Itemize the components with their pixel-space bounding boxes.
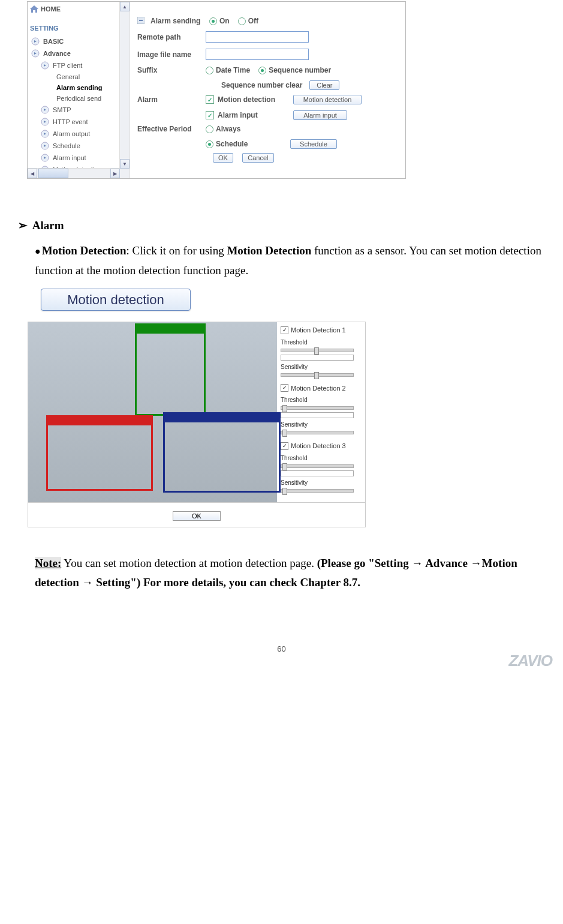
expand-icon: [31, 49, 41, 58]
sidebar-home-label: HOME: [41, 5, 61, 13]
motion-detection-large-button-label: Motion detection: [67, 289, 164, 311]
sidebar-scroll-vertical[interactable]: ▲ ▼: [119, 2, 130, 178]
md-checkbox-2[interactable]: [281, 384, 288, 392]
threshold-slider-1[interactable]: [281, 349, 354, 352]
sidebar-ftp-label: FTP client: [53, 62, 82, 69]
expand-icon: [31, 37, 41, 46]
remote-path-input[interactable]: [206, 31, 309, 43]
sidebar-http-event[interactable]: HTTP event: [28, 116, 130, 128]
sidebar-alarm-sending[interactable]: Alarm sending: [28, 82, 130, 93]
alarm-input-checkbox-label: Alarm input: [218, 111, 285, 119]
sensitivity-slider-2[interactable]: [281, 431, 354, 434]
motion-detection-checkbox-label: Motion detection: [218, 95, 285, 104]
expand-icon: [41, 154, 50, 162]
md-group-2: Motion Detection 2 Threshold Sensitivity: [281, 383, 362, 435]
triangle-bullet-icon: ➢: [18, 219, 28, 232]
sensitivity-label-2: Sensitivity: [281, 419, 362, 430]
radio-date-time-label: Date Time: [216, 66, 250, 74]
sidebar-alarm-input-label: Alarm input: [53, 154, 86, 161]
radio-schedule[interactable]: [206, 140, 213, 148]
sidebar-advance[interactable]: Advance: [28, 47, 130, 59]
sidebar-scroll-horizontal[interactable]: ◀ ▶: [28, 168, 120, 178]
motion-detection-button[interactable]: Motion detection: [293, 95, 362, 104]
expand-icon: [41, 142, 50, 150]
bullet-icon: ●: [35, 246, 41, 256]
sidebar-alarm-sending-label: Alarm sending: [56, 84, 102, 91]
sidebar-basic[interactable]: BASIC: [28, 35, 130, 47]
home-icon: [30, 5, 38, 13]
scroll-thumb[interactable]: [38, 169, 68, 178]
sidebar-setting-label: SETTING: [30, 25, 127, 32]
md-ok-button[interactable]: OK: [173, 511, 221, 521]
image-file-name-label: Image file name: [137, 50, 206, 59]
clear-button[interactable]: Clear: [309, 80, 339, 90]
md-checkbox-3[interactable]: [281, 442, 288, 450]
sidebar-alarm-output-label: Alarm output: [53, 130, 90, 137]
sensitivity-slider-1[interactable]: [281, 373, 354, 377]
detection-zone-3[interactable]: [163, 412, 281, 493]
sidebar-home[interactable]: HOME: [28, 4, 130, 14]
scroll-down-icon[interactable]: ▼: [120, 159, 130, 169]
threshold-slider-2[interactable]: [281, 406, 354, 410]
radio-off[interactable]: [238, 17, 246, 25]
sidebar-general[interactable]: General: [28, 71, 130, 82]
md-checkbox-1[interactable]: [281, 326, 288, 334]
sidebar-alarm-output[interactable]: Alarm output: [28, 128, 130, 140]
schedule-button[interactable]: Schedule: [290, 139, 337, 149]
note-paragraph: Note: You can set motion detection at mo…: [18, 554, 545, 593]
svg-rect-10: [139, 20, 143, 21]
detection-zone-1[interactable]: [135, 323, 206, 416]
settings-panel: HOME SETTING BASIC Advance: [27, 1, 406, 179]
threshold-bar-3: [281, 470, 354, 476]
motion-detection-paragraph: ●Motion Detection: Click it on for using…: [18, 241, 545, 280]
checkbox-motion-detection[interactable]: [206, 95, 214, 104]
seq-clear-label: Sequence number clear: [221, 81, 302, 89]
threshold-bar-1: [281, 355, 354, 361]
threshold-label-2: Threshold: [281, 395, 362, 405]
expand-icon: [41, 130, 50, 138]
alarm-input-button[interactable]: Alarm input: [293, 110, 347, 120]
sidebar-alarm-input[interactable]: Alarm input: [28, 152, 130, 164]
sensitivity-label-3: Sensitivity: [281, 478, 362, 488]
sidebar-smtp[interactable]: SMTP: [28, 104, 130, 116]
section-heading: ➢ Alarm: [18, 216, 545, 235]
md-group-2-label: Motion Detection 2: [291, 383, 346, 394]
video-preview[interactable]: [28, 322, 277, 502]
motion-text1: : Click it on for using: [127, 244, 227, 257]
expand-icon: [41, 61, 50, 70]
alarm-label: Alarm: [137, 95, 206, 104]
radio-off-label: Off: [248, 17, 258, 25]
radio-date-time[interactable]: [206, 67, 213, 74]
motion-detection-large-button[interactable]: Motion detection: [41, 289, 191, 311]
page-number: 60: [18, 644, 545, 653]
threshold-slider-3[interactable]: [281, 464, 354, 468]
sidebar-advance-label: Advance: [43, 50, 71, 57]
collapse-icon[interactable]: [137, 17, 147, 25]
sidebar-schedule[interactable]: Schedule: [28, 140, 130, 152]
checkbox-alarm-input[interactable]: [206, 111, 214, 119]
remote-path-label: Remote path: [137, 33, 206, 41]
sidebar-periodical[interactable]: Periodical send: [28, 93, 130, 104]
radio-on[interactable]: [209, 17, 217, 25]
ok-button[interactable]: OK: [213, 153, 233, 163]
radio-always[interactable]: [206, 125, 213, 133]
sidebar: HOME SETTING BASIC Advance: [28, 2, 130, 178]
radio-on-label: On: [219, 17, 230, 25]
image-file-name-input[interactable]: [206, 49, 309, 60]
scroll-right-icon[interactable]: ▶: [110, 169, 120, 178]
main-panel: Alarm sending On Off Remote path Image f…: [130, 2, 405, 178]
motion-detection-config-panel: Motion Detection 1 Threshold Sensitivity…: [28, 322, 366, 527]
cancel-button[interactable]: Cancel: [242, 153, 273, 163]
scroll-up-icon[interactable]: ▲: [120, 2, 130, 11]
md-group-3: Motion Detection 3 Threshold Sensitivity: [281, 440, 362, 493]
sensitivity-label-1: Sensitivity: [281, 362, 362, 372]
scroll-left-icon[interactable]: ◀: [28, 169, 37, 178]
brand-logo: ZAVIO: [508, 652, 552, 670]
note-text1: You can set motion detection at motion d…: [61, 557, 317, 569]
detection-zone-2[interactable]: [46, 415, 153, 491]
radio-always-label: Always: [216, 125, 240, 133]
sidebar-schedule-label: Schedule: [53, 142, 80, 149]
radio-sequence[interactable]: [258, 67, 266, 74]
sidebar-ftp[interactable]: FTP client: [28, 59, 130, 71]
sensitivity-slider-3[interactable]: [281, 489, 354, 493]
